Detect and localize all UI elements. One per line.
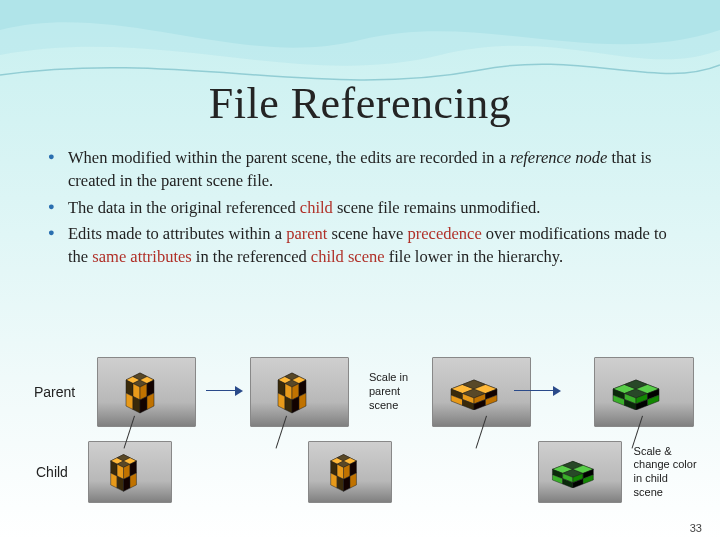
diagram-area: Parent Scale in parent scene Child bbox=[34, 352, 700, 508]
emphasis-red: precedence bbox=[408, 224, 482, 243]
bullet-item: Edits made to attributes within a parent… bbox=[54, 223, 680, 269]
emphasis-red: parent bbox=[286, 224, 327, 243]
parent-label: Parent bbox=[34, 384, 91, 400]
emphasis-red: child scene bbox=[311, 247, 385, 266]
child-row: Child Scale & change color in child scen… bbox=[34, 436, 700, 508]
cube-orange-icon bbox=[120, 367, 174, 417]
child-scene-1 bbox=[88, 441, 171, 503]
bullet-item: The data in the original referenced chil… bbox=[54, 197, 680, 220]
parent-scene-1 bbox=[97, 357, 197, 427]
page-number: 33 bbox=[690, 522, 702, 534]
scale-child-label: Scale & change color in child scene bbox=[634, 445, 700, 500]
cube-green-flat-icon bbox=[543, 456, 617, 488]
parent-scene-2 bbox=[250, 357, 350, 427]
emphasis-red: same attributes bbox=[92, 247, 191, 266]
parent-scene-3 bbox=[432, 357, 532, 427]
bullet-list: When modified within the parent scene, t… bbox=[0, 147, 720, 269]
cube-orange-icon bbox=[272, 367, 326, 417]
scale-parent-label: Scale in parent scene bbox=[369, 371, 426, 412]
child-label: Child bbox=[34, 464, 82, 480]
emphasis-red: child bbox=[300, 198, 333, 217]
cube-green-flat-icon bbox=[605, 374, 683, 410]
child-scene-3 bbox=[538, 441, 621, 503]
parent-scene-4 bbox=[594, 357, 694, 427]
arrow-right-icon bbox=[206, 390, 240, 391]
arrow-right-icon bbox=[514, 390, 558, 391]
cube-orange-icon bbox=[105, 449, 155, 495]
child-scene-2 bbox=[308, 441, 391, 503]
emphasis-italic: reference node bbox=[510, 148, 607, 167]
slide-wave-accent bbox=[0, 0, 720, 90]
bullet-item: When modified within the parent scene, t… bbox=[54, 147, 680, 193]
cube-orange-flat-icon bbox=[443, 374, 521, 410]
cube-orange-icon bbox=[325, 449, 375, 495]
